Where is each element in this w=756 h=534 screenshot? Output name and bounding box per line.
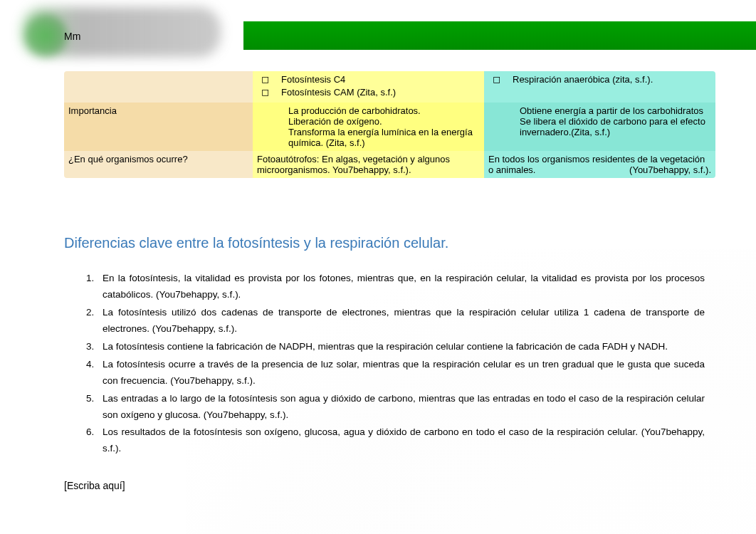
list-item: La fotosíntesis ocurre a través de la pr… [97, 357, 705, 389]
numbered-list: En la fotosíntesis, la vitalidad es prov… [64, 271, 705, 457]
table-row: Importancia La producción de carbohidrat… [64, 103, 715, 151]
list-item: Los resultados de la fotosíntesis son ox… [97, 424, 705, 457]
differences-list-block: En la fotosíntesis, la vitalidad es prov… [64, 271, 705, 459]
line-text: La producción de carbohidratos. [257, 105, 480, 116]
bullet-icon: 🞎 [257, 87, 274, 100]
respiration-cell: En todos los organismos residentes de la… [484, 151, 715, 178]
photosynthesis-cell: Fotoautótrofos: En algas, vegetación y a… [253, 151, 484, 178]
header-green-bar [243, 21, 756, 50]
list-item: En la fotosíntesis, la vitalidad es prov… [97, 271, 705, 303]
row-label: ¿En qué organismos ocurre? [64, 151, 253, 178]
header-mm-text: Mm [64, 31, 80, 42]
list-item: La fotosíntesis utilizó dos cadenas de t… [97, 305, 705, 337]
list-item: Las entradas a lo largo de la fotosíntes… [97, 391, 705, 424]
table-row: 🞎Fotosíntesis C4 🞎Fotosíntesis CAM (Zita… [64, 71, 715, 103]
bullet-text: Fotosíntesis CAM (Zita, s.f.) [274, 87, 480, 98]
row-label [64, 71, 253, 103]
bullet-icon: 🞎 [488, 74, 505, 87]
bullet-text: Respiración anaeróbica (zita, s.f.). [505, 74, 711, 85]
section-title: Diferencias clave entre la fotosíntesis … [64, 235, 705, 251]
section-heading-block: Diferencias clave entre la fotosíntesis … [64, 235, 705, 251]
photosynthesis-cell: 🞎Fotosíntesis C4 🞎Fotosíntesis CAM (Zita… [253, 71, 484, 103]
list-item: La fotosíntesis contiene la fabricación … [97, 339, 705, 355]
respiration-cell: 🞎Respiración anaeróbica (zita, s.f.). [484, 71, 715, 103]
photosynthesis-cell: La producción de carbohidratos. Liberaci… [253, 103, 484, 151]
footer-placeholder-text: [Escriba aquí] [64, 480, 125, 491]
bullet-text: Fotosíntesis C4 [274, 74, 480, 85]
line-text: Obtiene energía a partir de los carbohid… [488, 105, 711, 116]
row-label: Importancia [64, 103, 253, 151]
line-text: Liberación de oxígeno. [257, 116, 480, 127]
logo-circle-icon [25, 14, 68, 57]
line-text: Se libera el dióxido de carbono para el … [488, 116, 711, 137]
bullet-icon: 🞎 [257, 74, 274, 87]
respiration-cell: Obtiene energía a partir de los carbohid… [484, 103, 715, 151]
table-row: ¿En qué organismos ocurre? Fotoautótrofo… [64, 151, 715, 178]
citation: (You7behappy, s.f.). [629, 164, 711, 175]
line-text: Transforma la energía lumínica en la ene… [257, 127, 480, 148]
comparison-table: 🞎Fotosíntesis C4 🞎Fotosíntesis CAM (Zita… [64, 71, 715, 178]
